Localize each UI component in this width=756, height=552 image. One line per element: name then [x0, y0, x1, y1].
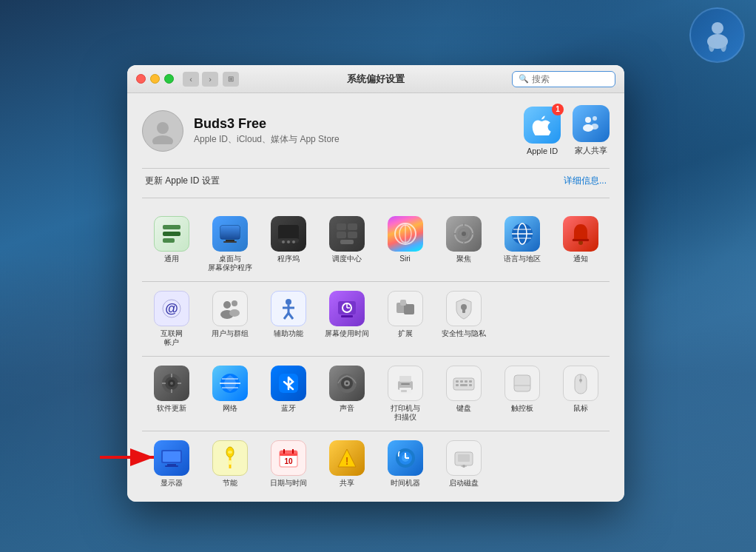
- avatar[interactable]: [142, 110, 183, 152]
- timemachine-icon: [388, 440, 423, 476]
- notify-icon: [563, 216, 598, 252]
- general-icon: [154, 216, 189, 252]
- mission-icon: [329, 216, 365, 252]
- network-icon: [212, 366, 248, 401]
- svg-point-6: [157, 122, 169, 134]
- svg-point-3: [720, 40, 726, 52]
- svg-point-49: [232, 300, 237, 306]
- svg-point-34: [462, 232, 466, 236]
- svg-rect-64: [400, 300, 406, 306]
- svg-point-8: [585, 117, 591, 123]
- extension-icon-item[interactable]: 扩展: [376, 285, 434, 353]
- internet-icon-item[interactable]: @ 互联网 帐户: [142, 285, 200, 353]
- update-text: 更新 Apple ID 设置: [145, 175, 220, 187]
- back-button[interactable]: ‹: [183, 72, 199, 87]
- svg-rect-63: [404, 304, 414, 314]
- lang-icon-item[interactable]: 语言与地区: [493, 210, 551, 278]
- printer-icon-item[interactable]: 打印机与 扫描仪: [376, 360, 434, 428]
- spacer-1: [493, 285, 610, 353]
- apple-id-button[interactable]: 1 Apple ID: [524, 107, 561, 155]
- dock-icon-item[interactable]: 程序坞: [259, 210, 317, 278]
- svg-rect-102: [163, 451, 180, 462]
- divider-1: [142, 168, 610, 169]
- system-preferences-window: ‹ › ⊞ 系统偏好设置 🔍 Buds3 Free Apple ID、iClou…: [127, 65, 624, 502]
- search-box[interactable]: 🔍: [512, 71, 615, 87]
- svg-rect-45: [573, 239, 589, 241]
- siri-icon-item[interactable]: Siri: [376, 210, 434, 278]
- svg-rect-85: [399, 376, 411, 382]
- svg-rect-16: [220, 226, 240, 239]
- content-area: Buds3 Free Apple ID、iCloud、媒体与 App Store…: [127, 93, 624, 502]
- svg-point-52: [286, 299, 291, 305]
- svg-rect-88: [401, 390, 407, 392]
- screentime-icon-item[interactable]: 屏幕使用时间: [317, 285, 376, 353]
- red-arrow: [96, 442, 163, 472]
- svg-point-51: [229, 309, 240, 317]
- extension-icon: [388, 291, 423, 326]
- apple-id-badge: 1: [552, 104, 564, 115]
- family-sharing-icon: [581, 113, 601, 134]
- profile-subtitle: Apple ID、iCloud、媒体与 App Store: [194, 133, 524, 146]
- svg-rect-14: [163, 238, 175, 243]
- sharing-icon-item[interactable]: ! 共享: [317, 434, 376, 494]
- forward-button[interactable]: ›: [202, 72, 218, 87]
- security-icon-item[interactable]: 安全性与隐私: [434, 285, 493, 353]
- trackpad-label: 触控板: [511, 404, 533, 413]
- datetime-icon: 10: [271, 440, 306, 476]
- keyboard-label: 键盘: [456, 404, 471, 413]
- mouse-icon-item[interactable]: 鼠标: [551, 360, 610, 428]
- update-link[interactable]: 详细信息...: [564, 175, 607, 187]
- profile-info: Buds3 Free Apple ID、iCloud、媒体与 App Store: [194, 116, 524, 146]
- mission-icon-item[interactable]: 调度中心: [317, 210, 376, 278]
- bluetooth-icon-item[interactable]: 蓝牙: [259, 360, 317, 428]
- search-input[interactable]: [532, 74, 609, 84]
- close-button[interactable]: [136, 74, 146, 84]
- desktop-icon-item[interactable]: 桌面与 屏幕保护程序: [200, 210, 259, 278]
- apple-id-icon-wrap: 1: [524, 107, 561, 144]
- svg-rect-96: [469, 384, 472, 386]
- top-right-logo: [689, 7, 749, 67]
- printer-icon: [388, 366, 423, 401]
- network-icon-item[interactable]: 网络: [200, 360, 259, 428]
- focus-label: 聚焦: [456, 255, 471, 263]
- datetime-icon-item[interactable]: 10 日期与时间: [259, 434, 317, 494]
- family-icon: [573, 105, 610, 142]
- trackpad-icon: [504, 366, 540, 401]
- startup-icon: [446, 440, 482, 476]
- maximize-button[interactable]: [164, 74, 174, 84]
- startup-icon-item[interactable]: 启动磁盘: [434, 434, 493, 494]
- security-icon: [446, 291, 482, 326]
- grid-view-button[interactable]: ⊞: [223, 72, 239, 87]
- screentime-icon: [329, 291, 365, 326]
- notify-icon-item[interactable]: 通知: [551, 210, 610, 278]
- energy-icon-item[interactable]: 节能: [200, 434, 259, 494]
- timemachine-icon-item[interactable]: 时间机器: [376, 434, 434, 494]
- update-label: 软件更新: [157, 404, 186, 413]
- users-icon-item[interactable]: 用户与群组: [200, 285, 259, 353]
- startup-label: 启动磁盘: [449, 479, 479, 488]
- keyboard-icon-item[interactable]: 键盘: [434, 360, 493, 428]
- profile-name: Buds3 Free: [194, 116, 524, 132]
- general-label: 通用: [164, 255, 179, 263]
- trackpad-icon-item[interactable]: 触控板: [493, 360, 551, 428]
- update-icon-item[interactable]: 软件更新: [142, 360, 200, 428]
- family-sharing-button[interactable]: 家人共享: [573, 105, 610, 156]
- svg-rect-12: [163, 225, 180, 229]
- general-icon-item[interactable]: 通用: [142, 210, 200, 278]
- svg-rect-66: [462, 309, 465, 313]
- traffic-lights: [136, 74, 174, 84]
- svg-rect-13: [163, 232, 180, 236]
- svg-rect-61: [341, 315, 353, 317]
- access-icon-item[interactable]: 辅助功能: [259, 285, 317, 353]
- svg-point-106: [228, 451, 232, 454]
- titlebar: ‹ › ⊞ 系统偏好设置 🔍: [127, 65, 624, 93]
- siri-icon: [388, 216, 423, 252]
- minimize-button[interactable]: [150, 74, 160, 84]
- svg-point-48: [223, 301, 231, 309]
- mouse-icon: [563, 366, 598, 401]
- svg-rect-19: [278, 225, 299, 240]
- svg-point-7: [152, 135, 173, 144]
- svg-rect-122: [458, 454, 470, 462]
- focus-icon-item[interactable]: 聚焦: [434, 210, 493, 278]
- sound-icon-item[interactable]: 声音: [317, 360, 376, 428]
